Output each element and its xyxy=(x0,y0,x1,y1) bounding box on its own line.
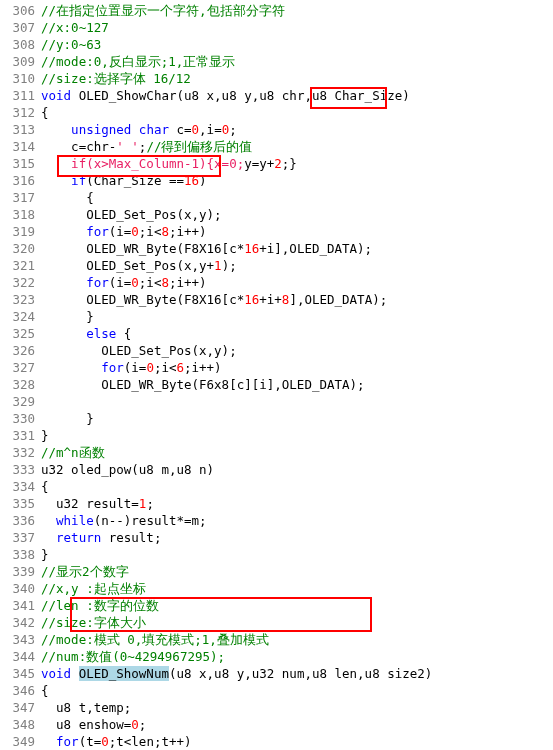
code-content[interactable]: } xyxy=(41,546,553,563)
line-number: 341 xyxy=(0,597,41,614)
code-content[interactable]: for(i=0;i<6;i++) xyxy=(41,359,553,376)
code-line[interactable]: 322 for(i=0;i<8;i++) xyxy=(0,274,553,291)
code-line[interactable]: 346{ xyxy=(0,682,553,699)
code-line[interactable]: 318 OLED_Set_Pos(x,y); xyxy=(0,206,553,223)
line-number: 320 xyxy=(0,240,41,257)
code-content[interactable]: for(i=0;i<8;i++) xyxy=(41,223,553,240)
code-content[interactable]: else { xyxy=(41,325,553,342)
code-content[interactable]: OLED_Set_Pos(x,y+1); xyxy=(41,257,553,274)
code-content[interactable]: { xyxy=(41,189,553,206)
code-line[interactable]: 327 for(i=0;i<6;i++) xyxy=(0,359,553,376)
code-content[interactable]: //size:选择字体 16/12 xyxy=(41,70,553,87)
line-number: 329 xyxy=(0,393,41,410)
code-line[interactable]: 349 for(t=0;t<len;t++) xyxy=(0,733,553,750)
code-line[interactable]: 321 OLED_Set_Pos(x,y+1); xyxy=(0,257,553,274)
code-line[interactable]: 320 OLED_WR_Byte(F8X16[c*16+i],OLED_DATA… xyxy=(0,240,553,257)
code-line[interactable]: 348 u8 enshow=0; xyxy=(0,716,553,733)
code-line[interactable]: 317 { xyxy=(0,189,553,206)
line-number: 347 xyxy=(0,699,41,716)
line-number: 316 xyxy=(0,172,41,189)
code-content[interactable]: if(Char_Size ==16) xyxy=(41,172,553,189)
code-line[interactable]: 315 if(x>Max_Column-1){x=0;y=y+2;} xyxy=(0,155,553,172)
code-line[interactable]: 310//size:选择字体 16/12 xyxy=(0,70,553,87)
code-content[interactable]: //y:0~63 xyxy=(41,36,553,53)
code-content[interactable]: } xyxy=(41,308,553,325)
code-line[interactable]: 309//mode:0,反白显示;1,正常显示 xyxy=(0,53,553,70)
code-line[interactable]: 331} xyxy=(0,427,553,444)
code-content[interactable]: //len :数字的位数 xyxy=(41,597,553,614)
code-content[interactable]: OLED_Set_Pos(x,y); xyxy=(41,342,553,359)
code-content[interactable]: OLED_WR_Byte(F6x8[c][i],OLED_DATA); xyxy=(41,376,553,393)
code-content[interactable]: void OLED_ShowChar(u8 x,u8 y,u8 chr,u8 C… xyxy=(41,87,553,104)
line-number: 324 xyxy=(0,308,41,325)
code-editor[interactable]: 306//在指定位置显示一个字符,包括部分字符307//x:0~127308//… xyxy=(0,0,553,750)
code-content[interactable]: //x:0~127 xyxy=(41,19,553,36)
code-content[interactable]: } xyxy=(41,427,553,444)
code-content[interactable]: OLED_WR_Byte(F8X16[c*16+i+8],OLED_DATA); xyxy=(41,291,553,308)
code-line[interactable]: 333u32 oled_pow(u8 m,u8 n) xyxy=(0,461,553,478)
code-content[interactable]: OLED_WR_Byte(F8X16[c*16+i],OLED_DATA); xyxy=(41,240,553,257)
code-line[interactable]: 313 unsigned char c=0,i=0; xyxy=(0,121,553,138)
code-line[interactable]: 339//显示2个数字 xyxy=(0,563,553,580)
code-content[interactable] xyxy=(41,393,553,410)
line-number: 311 xyxy=(0,87,41,104)
code-content[interactable]: { xyxy=(41,682,553,699)
code-line[interactable]: 307//x:0~127 xyxy=(0,19,553,36)
code-content[interactable]: { xyxy=(41,104,553,121)
code-content[interactable]: //x,y :起点坐标 xyxy=(41,580,553,597)
code-content[interactable]: u32 oled_pow(u8 m,u8 n) xyxy=(41,461,553,478)
code-content[interactable]: for(i=0;i<8;i++) xyxy=(41,274,553,291)
code-line[interactable]: 314 c=chr-' ';//得到偏移后的值 xyxy=(0,138,553,155)
code-content[interactable]: for(t=0;t<len;t++) xyxy=(41,733,553,750)
code-content[interactable]: u8 t,temp; xyxy=(41,699,553,716)
code-line[interactable]: 344//num:数值(0~4294967295); xyxy=(0,648,553,665)
code-content[interactable]: //mode:0,反白显示;1,正常显示 xyxy=(41,53,553,70)
code-content[interactable]: OLED_Set_Pos(x,y); xyxy=(41,206,553,223)
code-line[interactable]: 329 xyxy=(0,393,553,410)
code-content[interactable]: //size:字体大小 xyxy=(41,614,553,631)
code-line[interactable]: 336 while(n--)result*=m; xyxy=(0,512,553,529)
code-line[interactable]: 343//mode:模式 0,填充模式;1,叠加模式 xyxy=(0,631,553,648)
code-content[interactable]: while(n--)result*=m; xyxy=(41,512,553,529)
code-line[interactable]: 332//m^n函数 xyxy=(0,444,553,461)
line-number: 322 xyxy=(0,274,41,291)
code-content[interactable]: void OLED_ShowNum(u8 x,u8 y,u32 num,u8 l… xyxy=(41,665,553,682)
code-line[interactable]: 342//size:字体大小 xyxy=(0,614,553,631)
code-line[interactable]: 306//在指定位置显示一个字符,包括部分字符 xyxy=(0,2,553,19)
code-content[interactable]: { xyxy=(41,478,553,495)
code-line[interactable]: 328 OLED_WR_Byte(F6x8[c][i],OLED_DATA); xyxy=(0,376,553,393)
code-content[interactable]: } xyxy=(41,410,553,427)
code-line[interactable]: 340//x,y :起点坐标 xyxy=(0,580,553,597)
line-number: 345 xyxy=(0,665,41,682)
code-content[interactable]: //mode:模式 0,填充模式;1,叠加模式 xyxy=(41,631,553,648)
code-line[interactable]: 335 u32 result=1; xyxy=(0,495,553,512)
code-line[interactable]: 341//len :数字的位数 xyxy=(0,597,553,614)
code-content[interactable]: if(x>Max_Column-1){x=0;y=y+2;} xyxy=(41,155,553,172)
code-line[interactable]: 325 else { xyxy=(0,325,553,342)
code-content[interactable]: //num:数值(0~4294967295); xyxy=(41,648,553,665)
code-content[interactable]: return result; xyxy=(41,529,553,546)
code-line[interactable]: 319 for(i=0;i<8;i++) xyxy=(0,223,553,240)
code-line[interactable]: 324 } xyxy=(0,308,553,325)
line-number: 344 xyxy=(0,648,41,665)
code-line[interactable]: 308//y:0~63 xyxy=(0,36,553,53)
code-content[interactable]: u32 result=1; xyxy=(41,495,553,512)
code-line[interactable]: 311void OLED_ShowChar(u8 x,u8 y,u8 chr,u… xyxy=(0,87,553,104)
code-line[interactable]: 345void OLED_ShowNum(u8 x,u8 y,u32 num,u… xyxy=(0,665,553,682)
code-line[interactable]: 316 if(Char_Size ==16) xyxy=(0,172,553,189)
code-line[interactable]: 326 OLED_Set_Pos(x,y); xyxy=(0,342,553,359)
code-line[interactable]: 334{ xyxy=(0,478,553,495)
code-line[interactable]: 338} xyxy=(0,546,553,563)
code-content[interactable]: //m^n函数 xyxy=(41,444,553,461)
code-content[interactable]: //在指定位置显示一个字符,包括部分字符 xyxy=(41,2,553,19)
code-line[interactable]: 323 OLED_WR_Byte(F8X16[c*16+i+8],OLED_DA… xyxy=(0,291,553,308)
code-content[interactable]: c=chr-' ';//得到偏移后的值 xyxy=(41,138,553,155)
code-line[interactable]: 312{ xyxy=(0,104,553,121)
code-content[interactable]: //显示2个数字 xyxy=(41,563,553,580)
code-content[interactable]: u8 enshow=0; xyxy=(41,716,553,733)
code-line[interactable]: 330 } xyxy=(0,410,553,427)
code-line[interactable]: 337 return result; xyxy=(0,529,553,546)
line-number: 336 xyxy=(0,512,41,529)
code-content[interactable]: unsigned char c=0,i=0; xyxy=(41,121,553,138)
code-line[interactable]: 347 u8 t,temp; xyxy=(0,699,553,716)
